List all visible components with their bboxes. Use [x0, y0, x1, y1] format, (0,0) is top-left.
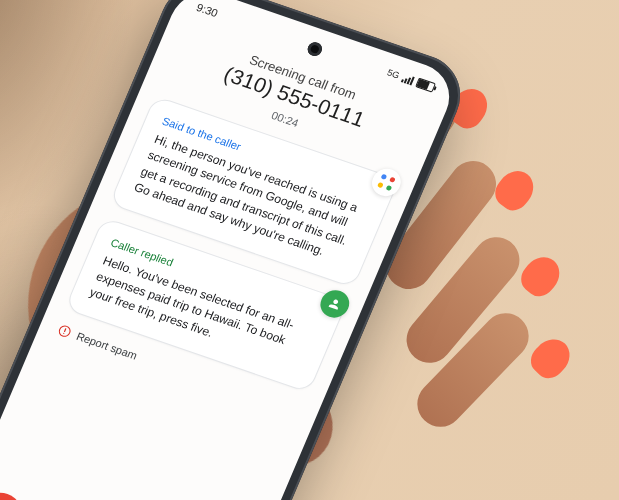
scene-background: 9:30 5G Screening call from (310) 555-01… [0, 0, 619, 500]
bottom-action-bar: Tell me more Who [0, 481, 249, 500]
google-assistant-icon [376, 172, 397, 192]
hang-up-button[interactable] [0, 487, 28, 500]
signal-bars-icon [401, 73, 415, 85]
person-icon [326, 295, 345, 312]
spam-alert-icon [55, 322, 74, 339]
svg-rect-2 [63, 332, 65, 333]
status-time: 9:30 [195, 1, 220, 19]
network-type-label: 5G [386, 67, 401, 80]
svg-rect-1 [64, 328, 67, 332]
report-spam-label: Report spam [75, 330, 139, 362]
battery-icon [415, 78, 436, 93]
